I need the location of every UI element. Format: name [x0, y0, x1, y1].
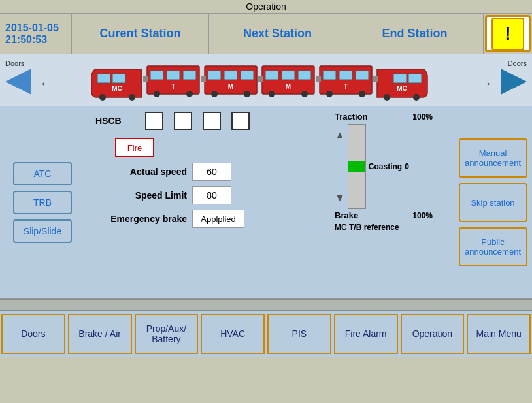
page-header: Operation	[0, 0, 532, 14]
svg-point-10	[186, 91, 193, 97]
door-right-arrow-icon	[501, 69, 527, 95]
door-left-arrow-icon	[5, 69, 31, 95]
coasting-label: Coasting	[369, 162, 402, 171]
train-nav-right-icon[interactable]: →	[478, 75, 493, 92]
actual-speed-label: Actual speed	[95, 167, 187, 177]
svg-rect-28	[339, 71, 352, 80]
speed-limit-row: Speed Limit 80	[95, 186, 319, 204]
next-station-cell: Next Station	[209, 14, 346, 54]
atc-button[interactable]: ATC	[13, 162, 72, 185]
train-svg: MC T M	[90, 63, 442, 102]
svg-rect-34	[408, 74, 422, 83]
manual-announcement-button[interactable]: Manual announcement	[459, 138, 527, 178]
emergency-brake-label: Emergency brake	[95, 214, 187, 224]
speed-limit-label: Speed Limit	[95, 190, 187, 201]
svg-rect-20	[265, 71, 278, 80]
fire-button[interactable]: Fire	[115, 138, 154, 157]
prop-battery-nav[interactable]: Prop/Aux/ Battery	[135, 314, 199, 354]
svg-rect-41	[316, 76, 321, 82]
doors-nav[interactable]: Doors	[1, 314, 65, 354]
svg-point-24	[301, 91, 308, 97]
public-announcement-button[interactable]: Public announcement	[459, 227, 527, 266]
svg-rect-14	[224, 71, 237, 80]
train-diagram: MC T M	[59, 62, 473, 103]
svg-point-2	[99, 94, 106, 101]
svg-point-16	[211, 91, 218, 97]
pis-nav[interactable]: PIS	[267, 314, 331, 354]
page-title: Operation	[246, 1, 286, 12]
bottom-nav: DoorsBrake / AirProp/Aux/ BatteryHVACPIS…	[0, 311, 532, 357]
skip-station-button[interactable]: Skip station	[459, 183, 527, 222]
coasting-bar	[348, 161, 365, 172]
svg-text:T: T	[171, 83, 175, 90]
fire-alarm-nav[interactable]: Fire Alarm	[334, 314, 398, 354]
warning-cell: !	[485, 15, 531, 52]
svg-rect-39	[201, 76, 206, 82]
svg-rect-8	[183, 71, 196, 80]
svg-text:T: T	[344, 83, 348, 90]
hscb-box-3[interactable]	[203, 112, 221, 130]
coasting-value: 0	[405, 162, 409, 171]
hscb-label: HSCB	[95, 116, 135, 126]
hscb-box-1[interactable]	[145, 112, 163, 130]
train-nav-left-icon[interactable]: ←	[39, 75, 54, 92]
operation-nav[interactable]: Operation	[401, 314, 465, 354]
svg-text:MC: MC	[397, 85, 407, 92]
date-display: 2015-01-05	[5, 22, 59, 34]
hvac-nav[interactable]: HVAC	[201, 314, 265, 354]
emergency-brake-row: Emergency brake Applplied	[95, 210, 319, 228]
svg-rect-27	[323, 71, 336, 80]
hscb-box-4[interactable]	[231, 112, 250, 130]
current-station-cell: Curent Station	[72, 14, 209, 54]
right-panel: Manual announcement Skip station Public …	[454, 106, 532, 298]
svg-rect-21	[282, 71, 295, 80]
svg-rect-29	[356, 71, 369, 80]
door-right-button[interactable]	[501, 69, 527, 97]
svg-point-9	[154, 91, 160, 97]
svg-rect-40	[258, 76, 263, 82]
end-station-label: End Station	[382, 27, 448, 40]
trb-button[interactable]: TRB	[13, 191, 72, 214]
traction-brake-bar	[348, 124, 366, 209]
main-menu-nav[interactable]: Main Menu	[467, 314, 531, 354]
brake-label: Brake	[335, 210, 358, 220]
actual-speed-value: 60	[192, 163, 231, 181]
hscb-box-2[interactable]	[174, 112, 192, 130]
traction-up-icon: ▲	[335, 129, 345, 141]
left-panel: ATC TRB Slip/Slide	[0, 106, 85, 298]
svg-point-30	[326, 91, 333, 97]
divider	[0, 299, 532, 311]
traction-pct: 100%	[412, 112, 433, 121]
door-left-button[interactable]	[5, 69, 31, 97]
svg-rect-1	[112, 74, 125, 83]
train-section: Doors Doors ← → MC	[0, 54, 532, 106]
traction-label: Traction	[335, 112, 368, 121]
svg-rect-42	[373, 76, 378, 82]
svg-rect-0	[97, 74, 110, 83]
doors-left-label: Doors	[5, 57, 24, 69]
hscb-row: HSCB	[95, 112, 319, 130]
svg-point-35	[384, 94, 390, 101]
svg-rect-33	[393, 74, 407, 83]
emergency-brake-value: Applplied	[192, 210, 244, 228]
station-bar: 2015-01-05 21:50:53 Curent Station Next …	[0, 14, 532, 54]
next-station-label: Next Station	[243, 27, 312, 40]
svg-text:MC: MC	[112, 85, 122, 92]
brake-air-nav[interactable]: Brake / Air	[68, 314, 132, 354]
svg-point-36	[413, 94, 420, 101]
brake-pct: 100%	[412, 211, 433, 220]
svg-rect-15	[241, 71, 254, 80]
brake-down-icon: ▼	[335, 192, 345, 204]
warning-icon: !	[491, 18, 524, 50]
center-panel: HSCB Fire Actual speed 60 Speed Limit 80…	[85, 106, 329, 298]
slip-slide-button[interactable]: Slip/Slide	[13, 219, 72, 243]
actual-speed-row: Actual speed 60	[95, 163, 319, 181]
svg-point-3	[129, 94, 135, 101]
svg-point-31	[359, 91, 365, 97]
time-display: 21:50:53	[5, 34, 47, 46]
date-time-cell: 2015-01-05 21:50:53	[0, 14, 72, 54]
doors-right-label: Doors	[508, 57, 527, 69]
svg-text:M: M	[228, 83, 233, 90]
mc-ref: MC T/B reference	[335, 223, 399, 232]
svg-rect-38	[143, 76, 148, 82]
